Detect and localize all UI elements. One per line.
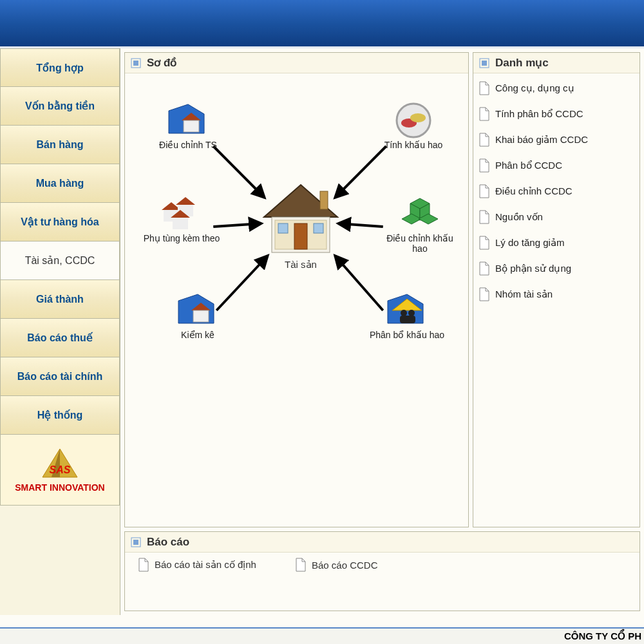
svg-line-7 <box>335 146 386 198</box>
sidebar-item-baocaotaichinh[interactable]: Báo cáo tài chính <box>0 357 120 396</box>
diagram-panel-icon <box>130 57 142 69</box>
houses-icon <box>159 194 204 233</box>
reports-title: Báo cáo <box>147 536 189 549</box>
sidebar-item-taisan-ccdc[interactable]: Tài sản, CCDC <box>0 242 120 280</box>
file-icon <box>295 558 307 572</box>
catalog-item-label: Bộ phận sử dụng <box>495 263 571 274</box>
file-icon <box>478 158 490 173</box>
diagram-node-label: Tài sản <box>259 259 343 270</box>
catalog-item[interactable]: Lý do tăng giảm <box>477 233 636 252</box>
folder-house-icon <box>166 101 211 140</box>
svg-point-39 <box>408 310 415 316</box>
reports-panel-icon <box>130 536 142 548</box>
diagram-node-taisan[interactable]: Tài sản <box>259 182 343 270</box>
report-item[interactable]: Báo cáo CCDC <box>295 558 378 572</box>
diagram-node-phanbo-khauhao[interactable]: Phân bổ khấu hao <box>368 291 446 340</box>
report-item[interactable]: Báo cáo tài sản cố định <box>138 558 256 572</box>
house-icon <box>259 182 343 259</box>
file-icon <box>478 261 490 276</box>
file-icon <box>478 184 490 198</box>
catalog-item[interactable]: Khai báo giảm CCDC <box>477 130 636 149</box>
svg-point-38 <box>401 310 407 316</box>
catalog-item[interactable]: Tính phân bổ CCDC <box>477 104 636 124</box>
panel-catalog: Danh mục Công cụ, dụng cụ Tính phân bổ C… <box>473 52 640 527</box>
footer-company: CÔNG TY CỔ PH <box>0 627 644 644</box>
catalog-item[interactable]: Nhóm tài sản <box>477 285 636 304</box>
diagram-node-kiemke[interactable]: Kiểm kê <box>159 291 236 340</box>
footer-company-text: CÔNG TY CỔ PH <box>564 630 641 642</box>
catalog-list: Công cụ, dụng cụ Tính phân bổ CCDC Khai … <box>473 73 639 309</box>
diagram-node-label: Tính khấu hao <box>384 140 443 150</box>
diagram-node-dieuchinh-ts[interactable]: Điều chỉnh TS <box>149 101 227 150</box>
catalog-item-label: Lý do tăng giảm <box>495 237 564 249</box>
svg-point-23 <box>410 113 426 122</box>
svg-line-9 <box>338 223 383 227</box>
catalog-item-label: Nhóm tài sản <box>495 289 553 300</box>
sidebar-item-vonbangtien[interactable]: Vốn bằng tiền <box>0 87 120 126</box>
svg-rect-44 <box>133 540 138 545</box>
sidebar-item-hethong[interactable]: Hệ thống <box>0 396 120 435</box>
svg-rect-20 <box>184 120 199 132</box>
cubes-icon <box>397 194 442 233</box>
catalog-panel-icon <box>478 57 490 69</box>
svg-rect-18 <box>314 223 323 233</box>
svg-line-6 <box>213 146 265 198</box>
panel-reports: Báo cáo Báo cáo tài sản cố định Báo cáo … <box>124 531 640 611</box>
catalog-item[interactable]: Nguồn vốn <box>477 207 636 227</box>
diagram-node-label: Kiểm kê <box>181 330 214 340</box>
app-header <box>0 0 644 48</box>
diagram-node-label: Phụ tùng kèm theo <box>144 233 220 243</box>
svg-rect-4 <box>133 61 138 66</box>
sidebar: Tổng hợp Vốn bằng tiền Bán hàng Mua hàng… <box>0 48 120 615</box>
sidebar-item-vattu[interactable]: Vật tư hàng hóa <box>0 203 120 242</box>
sidebar-item-banhang[interactable]: Bán hàng <box>0 126 120 164</box>
file-icon <box>478 210 490 224</box>
diagram-node-tinhkhauhao[interactable]: Tính khấu hao <box>375 101 452 150</box>
diagram-node-label: Phân bổ khấu hao <box>370 330 444 340</box>
svg-rect-16 <box>320 191 328 209</box>
svg-text:SAS: SAS <box>50 464 71 475</box>
diagram-title: Sơ đồ <box>147 56 176 70</box>
file-icon <box>478 236 490 250</box>
folder-house-icon <box>175 291 220 330</box>
file-icon <box>478 287 490 301</box>
coins-icon <box>391 101 436 140</box>
report-item-label: Báo cáo CCDC <box>312 560 378 571</box>
catalog-title: Danh mục <box>495 56 549 70</box>
sidebar-item-tonghop[interactable]: Tổng hợp <box>0 48 120 87</box>
svg-rect-15 <box>294 223 307 249</box>
catalog-item-label: Nguồn vốn <box>495 211 543 223</box>
catalog-item[interactable]: Công cụ, dụng cụ <box>477 79 636 98</box>
report-item-label: Báo cáo tài sản cố định <box>155 559 256 571</box>
file-icon <box>478 81 490 95</box>
svg-line-8 <box>213 223 261 227</box>
file-icon <box>478 107 490 121</box>
catalog-item-label: Khai báo giảm CCDC <box>495 134 588 146</box>
svg-rect-29 <box>173 218 188 229</box>
catalog-item-label: Công cụ, dụng cụ <box>495 82 574 94</box>
diagram-node-phutung[interactable]: Phụ tùng kèm theo <box>143 194 220 243</box>
panel-diagram: Sơ đồ <box>124 52 469 527</box>
diagram-node-label: Điều chỉnh TS <box>159 140 217 150</box>
catalog-item[interactable]: Bộ phận sử dụng <box>477 259 636 278</box>
diagram-area: Tài sản Điều chỉnh TS <box>130 79 463 388</box>
svg-rect-17 <box>278 223 288 233</box>
sidebar-logo: SAS SMART INNOVATION <box>0 435 120 506</box>
svg-marker-26 <box>176 197 195 205</box>
svg-rect-40 <box>400 316 415 323</box>
svg-rect-42 <box>482 61 487 66</box>
sidebar-item-giathanh[interactable]: Giá thành <box>0 280 120 319</box>
file-icon <box>138 558 149 572</box>
catalog-item-label: Điều chỉnh CCDC <box>495 185 573 197</box>
catalog-item[interactable]: Phân bổ CCDC <box>477 156 636 175</box>
folder-people-icon <box>384 291 430 330</box>
catalog-item[interactable]: Điều chỉnh CCDC <box>477 182 636 201</box>
sidebar-item-baocaothue[interactable]: Báo cáo thuế <box>0 319 120 357</box>
sas-logo-icon: SAS <box>37 448 82 480</box>
catalog-item-label: Phân bổ CCDC <box>495 160 562 171</box>
diagram-node-dieuchinh-khauhao[interactable]: Điều chỉnh khấu hao <box>381 194 459 254</box>
catalog-item-label: Tính phân bổ CCDC <box>495 108 583 120</box>
logo-text: SMART INNOVATION <box>15 482 104 493</box>
sidebar-item-muahang[interactable]: Mua hàng <box>0 164 120 203</box>
file-icon <box>478 133 490 147</box>
